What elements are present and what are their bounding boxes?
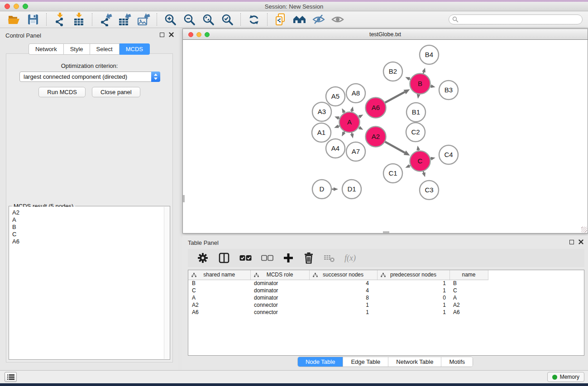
table-cell[interactable]: 1 bbox=[377, 301, 449, 309]
close-table-panel-icon[interactable] bbox=[578, 239, 583, 244]
table-cell[interactable]: B bbox=[449, 280, 488, 287]
table-cell[interactable]: C bbox=[449, 287, 488, 294]
graph-node-A2[interactable]: A2 bbox=[366, 127, 386, 147]
column-header-name[interactable]: name bbox=[449, 270, 488, 280]
table-cell[interactable]: A2 bbox=[449, 301, 488, 309]
graph-edge-A2-C[interactable] bbox=[385, 142, 405, 152]
save-session-button[interactable] bbox=[24, 12, 42, 27]
criterion-dropdown[interactable]: largest connected component (directed) bbox=[19, 71, 160, 82]
import-table-button[interactable] bbox=[70, 12, 87, 27]
graph-node-B2[interactable]: B2 bbox=[383, 62, 402, 81]
hide-graphics-details-button[interactable] bbox=[310, 12, 327, 27]
table-cell[interactable]: A6 bbox=[188, 309, 250, 316]
search-input[interactable] bbox=[460, 15, 582, 24]
table-tab-node-table[interactable]: Node Table bbox=[298, 357, 343, 367]
table-cell[interactable]: C bbox=[188, 287, 250, 294]
graph-node-B[interactable]: B bbox=[410, 74, 430, 94]
graph-node-A8[interactable]: A8 bbox=[346, 84, 365, 103]
table-cell[interactable]: A2 bbox=[188, 301, 250, 309]
table-cell[interactable]: connector bbox=[250, 309, 309, 316]
float-table-panel-icon[interactable] bbox=[569, 240, 574, 244]
network-vertical-scroll-thumb[interactable] bbox=[183, 195, 185, 202]
import-network-button[interactable] bbox=[51, 12, 68, 27]
graph-edge-A6-B[interactable] bbox=[385, 92, 405, 103]
table-cell[interactable]: A bbox=[188, 294, 250, 301]
control-tab-style[interactable]: Style bbox=[64, 43, 90, 55]
graph-edge-B-B4[interactable] bbox=[423, 72, 424, 73]
graph-edge-B-B2[interactable] bbox=[409, 79, 410, 79]
table-cell[interactable]: dominator bbox=[250, 287, 309, 294]
table-cell[interactable]: 8 bbox=[309, 294, 377, 301]
zoom-selected-button[interactable] bbox=[219, 12, 236, 27]
table-cell[interactable]: 1 bbox=[377, 280, 449, 287]
zoom-window-button[interactable] bbox=[23, 4, 28, 9]
graph-node-A7[interactable]: A7 bbox=[346, 142, 365, 161]
table-cell[interactable]: 4 bbox=[309, 280, 377, 287]
table-cell[interactable]: 0 bbox=[377, 294, 449, 301]
graph-node-B3[interactable]: B3 bbox=[439, 81, 458, 100]
graph-node-A4[interactable]: A4 bbox=[326, 139, 345, 158]
open-session-button[interactable] bbox=[5, 12, 23, 27]
graph-edge-C-C3[interactable] bbox=[423, 171, 424, 172]
table-cell[interactable]: 1 bbox=[377, 309, 449, 316]
close-panel-icon[interactable] bbox=[169, 32, 174, 37]
column-header-predecessor-nodes[interactable]: predecessor nodes bbox=[377, 270, 449, 280]
close-panel-button[interactable]: Close panel bbox=[92, 87, 140, 97]
graph-node-A1[interactable]: A1 bbox=[312, 123, 331, 142]
memory-button[interactable]: Memory bbox=[547, 372, 584, 382]
show-columns-button[interactable] bbox=[218, 252, 230, 264]
run-mcds-button[interactable]: Run MCDS bbox=[38, 87, 86, 97]
table-row[interactable]: Cdominator41C bbox=[188, 287, 488, 294]
close-window-button[interactable] bbox=[5, 4, 10, 9]
table-cell[interactable]: A bbox=[449, 294, 488, 301]
control-tab-mcds[interactable]: MCDS bbox=[120, 43, 150, 55]
table-cell[interactable]: B bbox=[188, 280, 250, 287]
graph-edge-C-C1[interactable] bbox=[409, 166, 410, 166]
delete-row-button[interactable] bbox=[303, 252, 314, 264]
table-row[interactable]: A6connector11A6 bbox=[188, 309, 488, 316]
float-panel-icon[interactable] bbox=[160, 33, 164, 37]
column-header-MCDS-role[interactable]: MCDS role bbox=[250, 270, 309, 280]
network-close-button[interactable] bbox=[188, 32, 193, 37]
table-row[interactable]: Bdominator41B bbox=[188, 280, 488, 287]
network-minimize-button[interactable] bbox=[196, 32, 201, 37]
table-cell[interactable]: 1 bbox=[309, 301, 377, 309]
table-cell[interactable]: dominator bbox=[250, 294, 309, 301]
refresh-button[interactable] bbox=[245, 12, 263, 27]
graph-node-B1[interactable]: B1 bbox=[406, 103, 425, 122]
task-history-button[interactable] bbox=[5, 372, 17, 382]
graph-edge-A-A7[interactable] bbox=[352, 133, 352, 134]
graph-node-A6[interactable]: A6 bbox=[366, 98, 386, 118]
network-resize-grip[interactable] bbox=[581, 227, 587, 233]
table-cell[interactable]: 1 bbox=[309, 309, 377, 316]
table-cell[interactable]: dominator bbox=[250, 280, 309, 287]
minimize-window-button[interactable] bbox=[14, 4, 19, 9]
export-network-button[interactable] bbox=[97, 12, 114, 27]
table-cell[interactable]: connector bbox=[250, 301, 309, 309]
table-row[interactable]: Adominator80A bbox=[188, 294, 488, 301]
graph-node-D1[interactable]: D1 bbox=[342, 180, 361, 199]
column-header-successor-nodes[interactable]: successor nodes bbox=[309, 270, 377, 280]
mcds-result-item[interactable]: B bbox=[10, 224, 164, 231]
zoom-in-button[interactable] bbox=[162, 12, 179, 27]
network-window-titlebar[interactable]: testGlobe.txt bbox=[183, 29, 588, 40]
mcds-result-item[interactable]: C bbox=[10, 231, 164, 238]
graph-edge-A-A3[interactable] bbox=[339, 118, 339, 119]
column-header-shared-name[interactable]: shared name bbox=[188, 270, 250, 280]
graph-node-B4[interactable]: B4 bbox=[420, 45, 439, 64]
select-all-button[interactable] bbox=[239, 252, 252, 264]
table-cell[interactable]: A6 bbox=[449, 309, 488, 316]
graph-node-A5[interactable]: A5 bbox=[326, 87, 345, 106]
graph-node-D[interactable]: D bbox=[312, 180, 331, 199]
new-network-from-selection-button[interactable] bbox=[272, 12, 289, 27]
table-settings-button[interactable] bbox=[197, 252, 209, 264]
table-row[interactable]: A2connector11A2 bbox=[188, 301, 488, 309]
export-image-button[interactable] bbox=[135, 12, 152, 27]
graph-node-A3[interactable]: A3 bbox=[312, 102, 331, 121]
zoom-out-button[interactable] bbox=[181, 12, 198, 27]
graph-node-C[interactable]: C bbox=[410, 151, 430, 172]
table-tab-edge-table[interactable]: Edge Table bbox=[343, 357, 388, 367]
graph-edge-A-A1[interactable] bbox=[339, 126, 339, 126]
graph-node-A[interactable]: A bbox=[339, 112, 360, 133]
table-cell[interactable]: 4 bbox=[309, 287, 377, 294]
